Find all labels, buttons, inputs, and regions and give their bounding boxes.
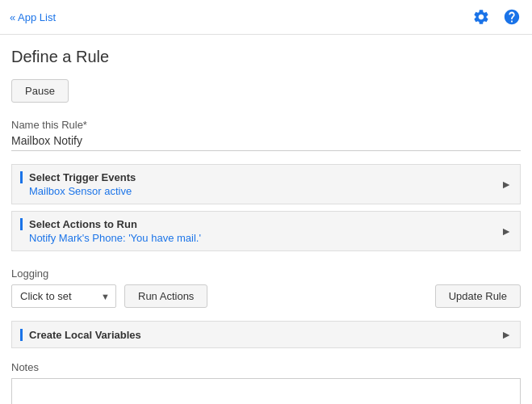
actions-title: Select Actions to Run: [20, 218, 201, 230]
settings-button[interactable]: [471, 6, 492, 27]
page-content: Define a Rule Pause Name this Rule* Mail…: [0, 35, 532, 404]
trigger-events-title: Select Trigger Events: [20, 171, 136, 183]
logging-section: Logging Click to set None Basic Detailed…: [11, 267, 521, 308]
logging-select-wrapper: Click to set None Basic Detailed ▼: [11, 284, 116, 308]
local-vars-title: Create Local Variables: [20, 329, 141, 341]
pause-button[interactable]: Pause: [11, 79, 69, 103]
trigger-events-header[interactable]: Select Trigger Events Mailbox Sensor act…: [12, 165, 520, 204]
actions-header-left: Select Actions to Run Notify Mark's Phon…: [20, 218, 201, 244]
gear-icon: [472, 8, 490, 26]
local-vars-chevron-icon: ►: [501, 328, 512, 341]
trigger-events-subtitle: Mailbox Sensor active: [20, 185, 136, 197]
actions-panel[interactable]: Select Actions to Run Notify Mark's Phon…: [11, 211, 521, 251]
trigger-events-panel[interactable]: Select Trigger Events Mailbox Sensor act…: [11, 164, 521, 204]
notes-label: Notes: [11, 361, 521, 373]
rule-name-section: Name this Rule* Mailbox Notify: [11, 119, 521, 151]
nav-icons: [471, 6, 522, 27]
logging-select[interactable]: Click to set None Basic Detailed: [11, 284, 116, 308]
app-list-link[interactable]: « App List: [10, 11, 56, 23]
local-vars-header-left: Create Local Variables: [20, 329, 141, 341]
local-vars-panel[interactable]: Create Local Variables ►: [11, 321, 521, 348]
rule-name-value: Mailbox Notify: [11, 134, 521, 151]
update-rule-button[interactable]: Update Rule: [435, 284, 521, 308]
logging-row: Click to set None Basic Detailed ▼ Run A…: [11, 284, 521, 308]
rule-name-label: Name this Rule*: [11, 119, 521, 131]
help-button[interactable]: [501, 6, 522, 27]
trigger-events-header-left: Select Trigger Events Mailbox Sensor act…: [20, 171, 136, 197]
help-icon: [503, 8, 521, 26]
run-actions-button[interactable]: Run Actions: [124, 284, 207, 308]
top-nav: « App List: [0, 0, 532, 35]
notes-textarea[interactable]: [11, 378, 521, 404]
actions-header[interactable]: Select Actions to Run Notify Mark's Phon…: [12, 212, 520, 250]
notes-section: Notes: [11, 361, 521, 404]
logging-label: Logging: [11, 267, 521, 280]
trigger-chevron-icon: ►: [501, 178, 512, 191]
local-vars-header[interactable]: Create Local Variables ►: [12, 322, 520, 347]
actions-chevron-icon: ►: [501, 225, 512, 238]
page-title: Define a Rule: [11, 48, 521, 66]
actions-subtitle: Notify Mark's Phone: 'You have mail.': [20, 232, 201, 244]
